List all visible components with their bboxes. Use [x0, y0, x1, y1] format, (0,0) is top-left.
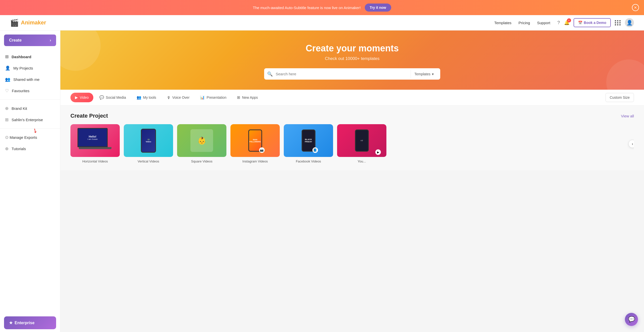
- sidebar-item-manage-exports-label: Manage Exports: [10, 135, 37, 140]
- try-it-now-button[interactable]: Try it now: [365, 4, 391, 12]
- logo[interactable]: 🎬 Animaker: [10, 19, 46, 27]
- support-nav-link[interactable]: Support: [537, 21, 550, 25]
- card-square-img: 👶: [177, 124, 226, 157]
- sidebar-item-enterprise-label: Sahlin's Enterprise: [12, 118, 43, 122]
- card-square-label: Square Videos: [177, 159, 226, 163]
- sidebar-item-dashboard[interactable]: ⊞ Dashboard: [0, 51, 60, 62]
- sidebar-divider-2: [0, 128, 60, 129]
- chevron-right-icon: ›: [50, 38, 51, 43]
- card-vertical-label: Vertical Videos: [124, 159, 173, 163]
- sidebar-item-shared-with-me[interactable]: 👥 Shared with me: [0, 74, 60, 85]
- youtube-badge-icon: ▶: [375, 149, 381, 155]
- tab-my-tools-label: My tools: [143, 95, 156, 99]
- instagram-mockup: 5000 FOLLOWERS 📷: [248, 129, 262, 152]
- card-youtube-videos[interactable]: YT ▶ You...: [337, 124, 386, 163]
- card-youtube-img: YT ▶: [337, 124, 386, 157]
- tutorials-icon: ⊕: [5, 146, 9, 151]
- card-instagram-label: Instagram Videos: [230, 159, 280, 163]
- book-demo-button[interactable]: 📅 Book a Demo: [574, 18, 611, 27]
- card-facebook-img: BLACK FRIDAY 📘: [284, 124, 333, 157]
- search-icon: 🔍: [267, 71, 273, 77]
- laptop-base: [79, 147, 111, 149]
- facebook-badge-icon: 📘: [312, 147, 318, 153]
- header-nav: Templates Pricing Support ? 🔔 6 📅 Book a…: [494, 18, 634, 27]
- search-input[interactable]: [273, 70, 411, 78]
- my-projects-icon: 👤: [5, 65, 10, 71]
- tabs-row: ▶ Video 💬 Social Media 👥 My tools 🎙 Voic…: [60, 90, 644, 106]
- laptop-screen: Hello! I am Susan: [77, 128, 108, 147]
- sidebar-item-manage-exports[interactable]: ⊙ Manage Exports ➘: [0, 132, 42, 143]
- dropdown-chevron-icon: ▾: [432, 72, 434, 76]
- tab-new-apps[interactable]: ⊞ New Apps: [232, 93, 262, 102]
- announcement-text: The much-awaited Auto-Subtitle feature i…: [253, 6, 361, 10]
- logo-icon: 🎬: [10, 19, 19, 27]
- shared-icon: 👥: [5, 77, 10, 82]
- sidebar-nav: ⊞ Dashboard 👤 My Projects 👥 Shared with …: [0, 51, 60, 154]
- card-vertical-videos[interactable]: 📹 Video Vertical Videos: [124, 124, 173, 163]
- announcement-close-button[interactable]: ✕: [632, 4, 639, 11]
- help-button[interactable]: ?: [557, 20, 560, 25]
- tab-voice-over[interactable]: 🎙 Voice Over: [162, 93, 194, 102]
- sidebar-item-enterprise[interactable]: ⊞ Sahlin's Enterprise: [0, 114, 60, 125]
- calendar-icon: 📅: [578, 21, 582, 25]
- view-all-link[interactable]: View all: [621, 114, 634, 118]
- sidebar-item-brand-kit[interactable]: ⊕ Brand Kit: [0, 103, 60, 114]
- laptop-mockup: Hello! I am Susan: [77, 128, 113, 153]
- templates-nav-link[interactable]: Templates: [494, 21, 511, 25]
- tab-video[interactable]: ▶ Video: [70, 93, 93, 102]
- manage-exports-icon: ⊙: [5, 135, 9, 140]
- create-button[interactable]: Create ›: [4, 35, 56, 46]
- header: 🎬 Animaker Templates Pricing Support ? 🔔…: [0, 15, 644, 30]
- enterprise-upgrade-button[interactable]: ★ Enterprise: [4, 316, 56, 329]
- main-content: Create your moments Check out 10000+ tem…: [60, 30, 644, 332]
- card-horizontal-videos[interactable]: Hello! I am Susan Horizontal Videos: [70, 124, 120, 163]
- card-vertical-img: 📹 Video: [124, 124, 173, 157]
- star-icon: ★: [9, 320, 13, 325]
- pricing-nav-link[interactable]: Pricing: [518, 21, 530, 25]
- carousel-next-button[interactable]: ›: [628, 140, 634, 148]
- tab-voice-over-label: Voice Over: [172, 95, 189, 99]
- card-facebook-videos[interactable]: BLACK FRIDAY 📘 Facebook Videos: [284, 124, 333, 163]
- enterprise-icon: ⊞: [5, 117, 9, 122]
- grid-icon: [615, 20, 621, 25]
- search-dropdown-label: Templates: [414, 72, 430, 76]
- enterprise-btn-label: Enterprise: [15, 321, 34, 325]
- sidebar-item-brand-kit-label: Brand Kit: [12, 106, 27, 111]
- search-bar: 🔍 Templates ▾: [264, 68, 440, 80]
- card-horizontal-img: Hello! I am Susan: [70, 124, 120, 157]
- hero-banner: Create your moments Check out 10000+ tem…: [60, 30, 644, 90]
- card-instagram-videos[interactable]: 5000 FOLLOWERS 📷 Instagram Videos: [230, 124, 280, 163]
- tab-new-apps-label: New Apps: [242, 95, 258, 99]
- presentation-tab-icon: 📊: [200, 95, 205, 100]
- chat-fab-button[interactable]: 💬: [625, 313, 638, 326]
- section-header: Create Project View all: [70, 113, 634, 119]
- sidebar-item-tutorials[interactable]: ⊕ Tutorials: [0, 143, 60, 154]
- sidebar-item-favourites[interactable]: ♡ Favourites: [0, 85, 60, 96]
- apps-grid-button[interactable]: [615, 20, 621, 25]
- sidebar-item-dashboard-label: Dashboard: [12, 55, 31, 59]
- phone-screen-1: 📹 Video: [142, 129, 155, 152]
- hero-subtitle: Check out 10000+ templates: [70, 56, 634, 61]
- hero-title: Create your moments: [70, 43, 634, 54]
- sidebar-item-my-projects[interactable]: 👤 My Projects: [0, 62, 60, 74]
- sidebar-item-shared-label: Shared with me: [13, 77, 39, 82]
- facebook-mockup: BLACK FRIDAY 📘: [302, 129, 315, 152]
- card-instagram-img: 5000 FOLLOWERS 📷: [230, 124, 280, 157]
- tab-my-tools[interactable]: 👥 My tools: [132, 93, 161, 102]
- custom-size-button[interactable]: Custom Size: [606, 93, 634, 102]
- card-facebook-label: Facebook Videos: [284, 159, 333, 163]
- notification-button[interactable]: 🔔 6: [564, 20, 570, 25]
- tab-presentation[interactable]: 📊 Presentation: [195, 93, 231, 102]
- voice-tab-icon: 🎙: [167, 95, 171, 100]
- social-tab-icon: 💬: [99, 95, 104, 100]
- sidebar-divider-1: [0, 99, 60, 100]
- search-dropdown[interactable]: Templates ▾: [411, 70, 437, 78]
- favourites-icon: ♡: [5, 88, 9, 93]
- projects-section: Create Project View all Hello! I am Susa…: [60, 106, 644, 170]
- tab-social-media[interactable]: 💬 Social Media: [95, 93, 131, 102]
- dashboard-icon: ⊞: [5, 54, 9, 59]
- red-arrow-indicator: ➘: [31, 126, 39, 135]
- avatar[interactable]: 👤: [625, 18, 634, 27]
- notification-badge: 6: [567, 18, 571, 22]
- card-square-videos[interactable]: 👶 Square Videos: [177, 124, 226, 163]
